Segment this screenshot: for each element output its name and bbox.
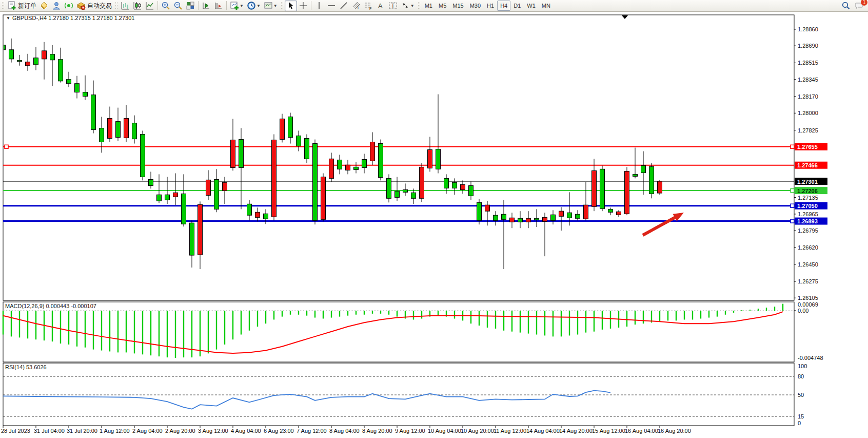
candle-body — [91, 95, 96, 130]
timeframe-button-mn[interactable]: MN — [539, 1, 554, 11]
price-tag-1.27206: 1.27206 — [795, 187, 827, 194]
vertical-line-tool-button[interactable] — [313, 1, 325, 11]
candle-body — [9, 50, 14, 59]
candle-body — [354, 167, 359, 169]
time-label: 16 Aug 04:00 — [625, 428, 658, 434]
svg-text:1.27466: 1.27466 — [797, 162, 818, 168]
periods-button[interactable]: ▼ — [245, 1, 262, 11]
new-order-icon — [7, 1, 16, 10]
candle-body — [387, 178, 391, 198]
arrows-tool-button[interactable]: ▼ — [399, 1, 416, 11]
candle-body — [584, 205, 588, 219]
signals-button[interactable] — [63, 1, 75, 11]
svg-text:1.27655: 1.27655 — [797, 144, 818, 150]
candle-body — [17, 61, 22, 62]
dropdown-arrow-icon: ▼ — [257, 4, 261, 8]
new-order-label: 新订单 — [18, 2, 36, 10]
new-order-button[interactable]: 新订单 — [6, 1, 38, 11]
time-label: 2 Aug 04:00 — [132, 428, 163, 434]
time-label: 31 Jul 04:00 — [34, 428, 65, 434]
channel-tool-button[interactable]: E — [350, 1, 362, 11]
timeframe-button-h1[interactable]: H1 — [484, 1, 497, 11]
autotrading-button[interactable]: 自动交易 — [75, 1, 113, 11]
candle-body — [444, 178, 449, 188]
bar-chart-icon — [121, 1, 130, 10]
timeframe-button-m5[interactable]: M5 — [436, 1, 449, 11]
svg-text:1.28170: 1.28170 — [798, 93, 818, 100]
toolbar-separator — [226, 1, 227, 10]
dropdown-arrow-icon: ▼ — [273, 4, 278, 8]
candle-body — [494, 215, 498, 220]
timeframe-button-d1[interactable]: D1 — [510, 1, 524, 11]
macd-panel[interactable] — [3, 302, 794, 362]
chart-canvas[interactable]: 1.288601.286901.285151.283451.281701.280… — [0, 12, 868, 438]
svg-text:50: 50 — [798, 392, 804, 398]
toolbar-separator — [157, 1, 158, 10]
auto-scroll-button[interactable] — [200, 1, 212, 11]
line-handle[interactable] — [791, 219, 794, 223]
market-watch-button[interactable] — [38, 1, 50, 11]
line-chart-button[interactable] — [144, 1, 156, 11]
chart-dropdown-icon[interactable]: ▼ — [6, 16, 10, 21]
line-handle[interactable] — [791, 189, 794, 193]
line-handle[interactable] — [791, 145, 794, 148]
trendline-tool-button[interactable] — [338, 1, 350, 11]
candle-body — [510, 218, 515, 222]
horizontal-line-tool-button[interactable] — [325, 1, 338, 11]
time-label: 10 Aug 20:00 — [461, 428, 494, 434]
tile-windows-button[interactable] — [184, 1, 196, 11]
time-axis[interactable]: 28 Jul 202331 Jul 04:0031 Jul 20:001 Aug… — [1, 426, 691, 434]
candle-body — [173, 193, 178, 197]
line-handle[interactable] — [791, 204, 794, 207]
tile-windows-icon — [186, 1, 195, 10]
indicators-button[interactable]: ▼ — [228, 1, 245, 11]
chart-window[interactable]: 1.288601.286901.285151.283451.281701.280… — [0, 12, 868, 438]
timeframe-button-w1[interactable]: W1 — [524, 1, 539, 11]
svg-text:1.27050: 1.27050 — [797, 203, 818, 209]
candle-body — [567, 213, 572, 218]
time-label: 14 Aug 20:00 — [559, 428, 593, 434]
search-icon[interactable] — [841, 1, 851, 10]
zoom-out-button[interactable] — [172, 1, 184, 11]
timeframe-button-m1[interactable]: M1 — [422, 1, 436, 11]
templates-button[interactable]: ▼ — [262, 1, 279, 11]
timeframe-button-m30[interactable]: M30 — [467, 1, 484, 11]
text-tool-button[interactable]: A — [374, 1, 387, 11]
candle-body — [633, 174, 638, 176]
candlestick-chart-button[interactable] — [131, 1, 144, 11]
arrows-icon — [401, 1, 410, 10]
fibonacci-tool-button[interactable]: F — [362, 1, 374, 11]
candle-body — [469, 185, 474, 196]
candle-body — [649, 166, 654, 194]
autotrading-icon — [76, 1, 86, 10]
crosshair-icon — [299, 1, 308, 10]
notifications-chat-icon[interactable]: 1 — [855, 1, 864, 10]
cursor-tool-button[interactable] — [285, 1, 297, 11]
label-tool-button[interactable]: T — [387, 1, 399, 11]
zoom-out-icon — [173, 1, 183, 10]
time-label: 9 Aug 12:00 — [395, 428, 425, 434]
svg-text:-0.004748: -0.004748 — [798, 355, 823, 361]
candle-body — [50, 54, 55, 60]
chart-shift-button[interactable] — [212, 1, 225, 11]
svg-text:100: 100 — [798, 363, 807, 369]
main-price-panel[interactable] — [3, 15, 794, 300]
toolbar-grip — [2, 2, 4, 10]
bar-chart-button[interactable] — [119, 1, 131, 11]
toolbar-separator — [198, 1, 199, 10]
candle-body — [231, 140, 235, 168]
profile-button[interactable] — [50, 1, 63, 11]
candle-body — [551, 215, 556, 220]
symbol-ohlc-text: GBPUSD-,H4 1.27180 1.27315 1.27180 1.273… — [12, 15, 135, 21]
notification-badge: 1 — [861, 0, 867, 6]
crosshair-tool-button[interactable] — [297, 1, 309, 11]
trendline-icon — [339, 1, 348, 10]
svg-text:1.26275: 1.26275 — [798, 278, 818, 284]
zoom-in-button[interactable] — [160, 1, 172, 11]
timeframe-button-m15[interactable]: M15 — [449, 1, 466, 11]
line-chart-icon — [145, 1, 154, 10]
candle-body — [116, 122, 121, 138]
candle-body — [600, 169, 605, 208]
line-handle[interactable] — [5, 145, 8, 148]
timeframe-button-h4[interactable]: H4 — [497, 1, 510, 11]
